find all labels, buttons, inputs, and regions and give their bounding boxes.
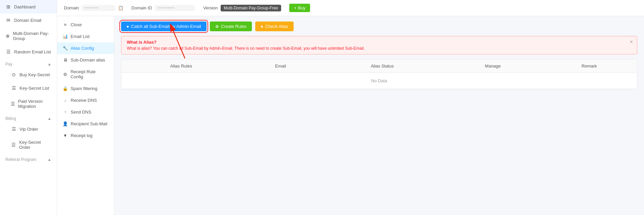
catch-all-button[interactable]: ● Catch all Sub-Email by Admin-Email (121, 22, 206, 31)
billing-chevron-icon: ▲ (47, 116, 51, 121)
sidebar-item-key-secret-list[interactable]: ☰ Key-Secret List (0, 81, 57, 95)
col-alias-status: Alias Status (320, 59, 444, 73)
top-header: Domain •••••••••• 📋 Domain ID ••••••••••… (57, 0, 644, 16)
left-sidebar: ⊞ Dashboard ✉ Domain Email ⊕ Multi-Domai… (0, 0, 57, 215)
sidebar-item-vip-order[interactable]: ☰ Vip Order (0, 122, 57, 136)
sec-item-email-list[interactable]: 📊 Email List (57, 31, 114, 42)
alias-alert: What is Alias? What is alias? You can ca… (121, 36, 637, 54)
main-panel: Domain •••••••••• 📋 Domain ID ••••••••••… (57, 0, 644, 215)
table-row: No Data (121, 73, 637, 89)
version-field: Version Multi-Domain Pay-Group-Free (203, 5, 281, 11)
sec-item-receipt-rule-config[interactable]: ⚙ Receipt Rule Config (57, 66, 114, 83)
buy-icon: + (294, 5, 297, 10)
alert-text: What is alias? You can catch all Sub-Ema… (127, 46, 632, 51)
alias-rules-table: Alias Rules Email Alias Status Manage Re… (121, 59, 637, 89)
pay-chevron-icon: ▲ (47, 62, 51, 67)
catch-all-icon: ● (126, 24, 129, 29)
content-area: ≡ Close 📊 Email List 🔧 Alias Config 🖥 Su… (57, 16, 644, 215)
sidebar-item-paid-version-migration[interactable]: ☰ Paid Version Migration (0, 95, 57, 113)
email-list-icon: 📊 (63, 34, 68, 39)
vip-order-icon: ☰ (11, 126, 17, 132)
sub-domain-alias-icon: 🖥 (63, 57, 68, 62)
col-alias-rules: Alias Rules (121, 59, 241, 73)
toolbar: ● Catch all Sub-Email by Admin-Email ⊕ C… (121, 22, 637, 31)
sec-item-alias-config[interactable]: 🔧 Alias Config (57, 42, 114, 54)
random-email-icon: ☰ (5, 49, 11, 54)
table-body: No Data (121, 73, 637, 89)
domain-id-label: Domain ID (131, 5, 152, 10)
page-content: ● Catch all Sub-Email by Admin-Email ⊕ C… (114, 16, 644, 215)
sec-item-spam-filtering[interactable]: 🔒 Spam filtering (57, 83, 114, 94)
key-secret-list-icon: ☰ (11, 85, 17, 91)
sidebar-item-buy-key-secret[interactable]: ⊙ Buy Key-Secret (0, 68, 57, 81)
secondary-sidebar: ≡ Close 📊 Email List 🔧 Alias Config 🖥 Su… (57, 16, 114, 215)
sec-item-close[interactable]: ≡ Close (57, 19, 114, 31)
spam-filtering-icon: 🔒 (63, 86, 68, 91)
create-rules-button[interactable]: ⊕ Create Rules (210, 22, 252, 31)
close-icon: ≡ (63, 22, 68, 27)
table: Alias Rules Email Alias Status Manage Re… (121, 59, 637, 89)
toolbar-wrapper: ● Catch all Sub-Email by Admin-Email ⊕ C… (121, 22, 637, 31)
sidebar-item-random-email[interactable]: ☰ Random Email List (0, 45, 57, 58)
col-manage: Manage (444, 59, 541, 73)
domain-id-field: Domain ID •••••••••••• (131, 5, 195, 11)
send-dns-icon: ↑ (63, 110, 68, 115)
receipt-rule-icon: ⚙ (63, 72, 68, 77)
sec-item-sub-domain-alias[interactable]: 🖥 Sub-Domain alias (57, 54, 114, 66)
alias-config-icon: 🔧 (63, 46, 68, 51)
multi-domain-icon: ⊕ (5, 33, 10, 39)
referral-chevron-icon: ▲ (47, 157, 51, 162)
col-remark: Remark (541, 59, 637, 73)
no-data-cell: No Data (121, 73, 637, 89)
version-label: Version (203, 5, 218, 10)
key-secret-order-icon: ☰ (11, 142, 16, 147)
billing-group[interactable]: Billing ▲ (0, 113, 57, 122)
domain-value: •••••••••• (82, 5, 115, 11)
buy-button[interactable]: + Buy (289, 4, 310, 12)
version-badge: Multi-Domain Pay-Group-Free (221, 5, 281, 11)
buy-key-secret-icon: ⊙ (11, 72, 17, 77)
check-alias-button[interactable]: ● Check Alias (255, 22, 294, 31)
paid-version-icon: ☰ (11, 101, 15, 106)
sidebar-item-domain-email[interactable]: ✉ Domain Email (0, 13, 57, 27)
recipient-sub-mail-icon: 👤 (63, 121, 68, 126)
create-rules-icon: ⊕ (215, 24, 219, 29)
alert-close-icon[interactable]: × (630, 39, 633, 45)
domain-label: Domain (64, 5, 79, 10)
sec-item-receive-dns[interactable]: ↓ Receive DNS (57, 94, 114, 106)
receipt-log-icon: ▼ (63, 133, 68, 138)
dashboard-icon: ⊞ (5, 4, 11, 9)
sidebar-item-key-secret-order[interactable]: ☰ Key-Secret Order (0, 136, 57, 154)
domain-copy-icon[interactable]: 📋 (118, 5, 123, 10)
sec-item-recipient-sub-mail[interactable]: 👤 Recipient Sub-Mail (57, 118, 114, 130)
check-alias-icon: ● (261, 24, 263, 29)
sidebar-item-dashboard[interactable]: ⊞ Dashboard (0, 0, 57, 13)
pay-group[interactable]: Pay ▲ (0, 58, 57, 68)
table-header: Alias Rules Email Alias Status Manage Re… (121, 59, 637, 73)
sidebar-item-multi-domain[interactable]: ⊕ Multi-Domain Pay-Group (0, 27, 57, 45)
sec-item-send-dns[interactable]: ↑ Send DNS (57, 106, 114, 118)
domain-email-icon: ✉ (5, 17, 11, 23)
alert-title: What is Alias? (127, 40, 632, 45)
sec-item-receipt-log[interactable]: ▼ Receipt log (57, 130, 114, 141)
referral-group[interactable]: Referral Program ▲ (0, 154, 57, 163)
domain-id-value: •••••••••••• (155, 5, 195, 11)
receive-dns-icon: ↓ (63, 98, 68, 103)
col-email: Email (241, 59, 320, 73)
domain-field: Domain •••••••••• 📋 (64, 5, 123, 11)
